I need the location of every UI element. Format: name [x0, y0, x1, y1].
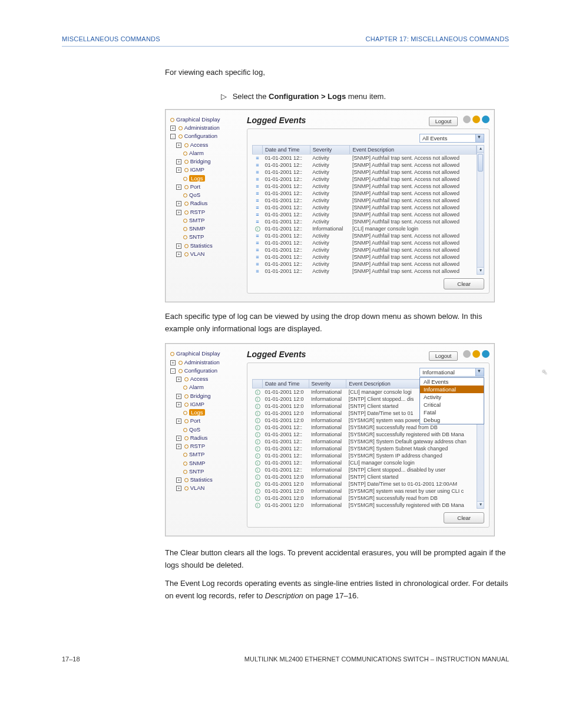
table-row[interactable]: ≡01-01-2001 12::Activity[SNMP] Authfail … — [253, 204, 477, 211]
expand-icon[interactable]: - — [170, 368, 176, 374]
tree-item[interactable]: - Configuration — [170, 132, 241, 140]
expand-icon[interactable]: + — [176, 210, 181, 215]
tree-item[interactable]: + Access — [170, 141, 241, 149]
dropdown-option[interactable]: Activity — [420, 393, 484, 401]
table-row[interactable]: i01-01-2001 12:0Informational[SYSMGR] su… — [253, 502, 477, 509]
tree-item[interactable]: + Access — [170, 375, 241, 383]
expand-icon[interactable]: + — [170, 126, 176, 131]
expand-icon[interactable]: + — [176, 201, 181, 206]
col-datetime[interactable]: Date and Time — [263, 380, 309, 388]
expand-icon[interactable]: + — [176, 143, 181, 148]
scroll-down-icon[interactable]: ▾ — [477, 267, 484, 274]
table-row[interactable]: ≡01-01-2001 12::Activity[SNMP] Authfail … — [253, 239, 477, 246]
clear-button[interactable]: Clear — [444, 512, 484, 523]
tree-item[interactable]: + Radius — [170, 199, 241, 207]
dropdown-option[interactable]: Fatal — [420, 409, 484, 416]
col-icon[interactable] — [253, 145, 263, 154]
dropdown-option[interactable]: Debug — [420, 416, 484, 424]
nav-tree[interactable]: Graphical Display+ Administration- Confi… — [170, 350, 241, 528]
table-row[interactable]: i01-01-2001 12::Informational[CLI] manag… — [253, 225, 477, 232]
tree-item[interactable]: + Administration — [170, 358, 241, 367]
tree-item[interactable]: + Port — [170, 417, 241, 425]
nav-tree[interactable]: Graphical Display+ Administration- Confi… — [170, 116, 241, 294]
tree-item[interactable]: + IGMP — [170, 400, 241, 409]
tree-item[interactable]: + Statistics — [170, 476, 241, 484]
tree-item[interactable]: + Radius — [170, 434, 241, 442]
col-datetime[interactable]: Date and Time — [263, 145, 310, 154]
print-icon[interactable] — [463, 350, 471, 358]
table-row[interactable]: ≡01-01-2001 12::Activity[SNMP] Authfail … — [253, 253, 477, 261]
expand-icon[interactable]: + — [176, 167, 181, 173]
table-scrollbar[interactable]: ▴ ▾ — [477, 145, 484, 275]
expand-icon[interactable]: + — [176, 419, 181, 424]
logout-button[interactable]: Logout — [429, 117, 458, 126]
expand-icon[interactable]: - — [170, 134, 176, 139]
tree-item[interactable]: SNTP — [170, 233, 241, 241]
col-severity[interactable]: Severity — [309, 380, 346, 388]
table-row[interactable]: i01-01-2001 12::Informational[CLI] manag… — [253, 459, 477, 466]
expand-icon[interactable]: + — [176, 185, 181, 190]
table-row[interactable]: i01-01-2001 12::Informational[SYSMGR] Sy… — [253, 445, 477, 452]
filter-dropdown[interactable]: Informational — [419, 368, 484, 377]
help-icon[interactable] — [482, 116, 490, 123]
logout-button[interactable]: Logout — [429, 351, 458, 361]
expand-icon[interactable]: + — [176, 159, 181, 164]
filter-dropdown-list[interactable]: All EventsInformationalActivityCriticalF… — [419, 377, 484, 424]
table-row[interactable]: i01-01-2001 12::Informational[SYSMGR] su… — [253, 424, 477, 431]
table-row[interactable]: ≡01-01-2001 12::Activity[SNMP] Authfail … — [253, 246, 477, 253]
help-icon[interactable] — [482, 350, 490, 358]
table-row[interactable]: i01-01-2001 12::Informational[SYSMGR] Sy… — [253, 438, 477, 445]
table-row[interactable]: ≡01-01-2001 12::Activity[SNMP] Authfail … — [253, 261, 477, 268]
table-row[interactable]: i01-01-2001 12:0Informational[SYSMGR] su… — [253, 495, 477, 502]
expand-icon[interactable]: + — [176, 252, 181, 257]
expand-icon[interactable]: + — [176, 402, 181, 407]
table-row[interactable]: ≡01-01-2001 12::Activity[SNMP] Authfail … — [253, 190, 477, 197]
expand-icon[interactable]: + — [176, 394, 181, 399]
expand-icon[interactable]: + — [176, 436, 181, 441]
table-row[interactable]: i01-01-2001 12:0Informational[SNTP] Clie… — [253, 473, 477, 480]
table-row[interactable]: ≡01-01-2001 12::Activity[SNMP] Authfail … — [253, 176, 477, 183]
tree-item[interactable]: Graphical Display — [170, 350, 241, 358]
table-row[interactable]: i01-01-2001 12:0Informational[SNTP] Date… — [253, 480, 477, 487]
table-row[interactable]: ≡01-01-2001 12::Activity[SNMP] Authfail … — [253, 169, 477, 176]
expand-icon[interactable]: + — [170, 360, 176, 365]
table-row[interactable]: ≡01-01-2001 12::Activity[SNMP] Authfail … — [253, 268, 477, 275]
tree-item[interactable]: SNTP — [170, 467, 241, 476]
print-icon[interactable] — [463, 116, 471, 123]
tree-item[interactable]: Alarm — [170, 149, 241, 157]
tree-item[interactable]: Logs — [170, 174, 241, 183]
table-row[interactable]: ≡01-01-2001 12::Activity[SNMP] Authfail … — [253, 211, 477, 218]
refresh-icon[interactable] — [472, 116, 480, 123]
tree-item[interactable]: + Bridging — [170, 392, 241, 400]
tree-item[interactable]: Logs — [170, 409, 241, 417]
table-row[interactable]: i01-01-2001 12:0Informational[SYSMGR] sy… — [253, 487, 477, 495]
table-row[interactable]: ≡01-01-2001 12::Activity[SNMP] Authfail … — [253, 162, 477, 169]
col-icon[interactable] — [253, 380, 263, 388]
tree-item[interactable]: Graphical Display — [170, 116, 241, 124]
tree-item[interactable]: + Bridging — [170, 157, 241, 166]
filter-dropdown[interactable]: All Events — [419, 134, 484, 143]
table-row[interactable]: ≡01-01-2001 12::Activity[SNMP] Authfail … — [253, 197, 477, 204]
col-severity[interactable]: Severity — [310, 145, 350, 154]
refresh-icon[interactable] — [472, 350, 480, 358]
tree-item[interactable]: + VLAN — [170, 250, 241, 258]
expand-icon[interactable]: + — [176, 477, 181, 483]
table-row[interactable]: ≡01-01-2001 12::Activity[SNMP] Authfail … — [253, 218, 477, 225]
tree-item[interactable]: SMTP — [170, 450, 241, 459]
tree-item[interactable]: QoS — [170, 191, 241, 199]
table-row[interactable]: i01-01-2001 12::Informational[SNTP] Clie… — [253, 466, 477, 473]
tree-item[interactable]: + IGMP — [170, 166, 241, 174]
dropdown-option[interactable]: Informational — [420, 386, 484, 393]
tree-item[interactable]: QoS — [170, 426, 241, 434]
tree-item[interactable]: + RSTP — [170, 208, 241, 216]
tree-item[interactable]: + VLAN — [170, 484, 241, 492]
table-row[interactable]: i01-01-2001 12::Informational[SYSMGR] su… — [253, 431, 477, 438]
table-row[interactable]: ≡01-01-2001 12::Activity[SNMP] Authfail … — [253, 232, 477, 239]
scroll-down-icon[interactable]: ▾ — [477, 501, 484, 508]
clear-button[interactable]: Clear — [444, 278, 484, 289]
table-row[interactable]: ≡01-01-2001 12::Activity[SNMP] Authfail … — [253, 183, 477, 190]
tree-item[interactable]: + RSTP — [170, 442, 241, 450]
tree-item[interactable]: + Statistics — [170, 242, 241, 250]
expand-icon[interactable]: + — [176, 377, 181, 382]
tree-item[interactable]: Alarm — [170, 383, 241, 391]
